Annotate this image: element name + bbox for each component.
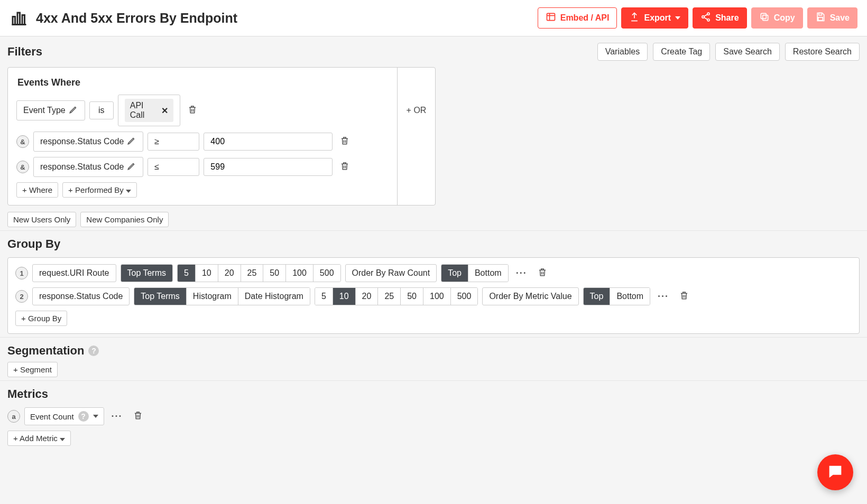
help-icon[interactable]: ? xyxy=(88,346,99,356)
groupby-order[interactable]: Order By Metric Value xyxy=(482,287,578,305)
trash-icon xyxy=(188,105,197,117)
metrics-title: Metrics xyxy=(7,387,860,401)
copy-icon xyxy=(759,12,770,24)
groupby-size-option[interactable]: 20 xyxy=(218,265,241,282)
delete-filter-button[interactable] xyxy=(185,102,200,119)
topbar-actions: Embed / API Export Share Copy Save xyxy=(538,7,857,29)
add-groupby-button[interactable]: + Group By xyxy=(15,311,67,326)
groupby-size-option[interactable]: 10 xyxy=(196,265,218,282)
variables-button[interactable]: Variables xyxy=(597,43,648,61)
groupby-dir-option[interactable]: Top xyxy=(441,265,468,282)
pencil-icon[interactable] xyxy=(127,136,136,147)
delete-groupby-button[interactable] xyxy=(676,288,692,305)
groupby-size-group: 510202550100500 xyxy=(177,264,341,282)
groupby-size-option[interactable]: 10 xyxy=(333,288,356,305)
groupby-size-option[interactable]: 5 xyxy=(315,288,333,305)
restore-search-button[interactable]: Restore Search xyxy=(785,43,860,61)
groupby-mode-group: Top TermsHistogramDate Histogram xyxy=(134,287,310,305)
filter-value[interactable]: API Call ✕ xyxy=(118,95,180,126)
svg-rect-4 xyxy=(547,13,555,20)
and-badge[interactable]: & xyxy=(16,161,29,173)
groupby-mode-group: Top Terms xyxy=(121,264,173,282)
groupby-size-option[interactable]: 50 xyxy=(401,288,423,305)
filter-value[interactable] xyxy=(204,133,333,151)
groupby-field[interactable]: request.URI Route xyxy=(32,264,116,282)
groupby-mode-option[interactable]: Date Histogram xyxy=(238,288,310,305)
add-where-button[interactable]: + Where xyxy=(16,182,58,198)
filter-field[interactable]: response.Status Code xyxy=(33,132,143,152)
groupby-size-option[interactable]: 20 xyxy=(356,288,379,305)
delete-groupby-button[interactable] xyxy=(534,265,550,282)
groupby-row: 2response.Status CodeTop TermsHistogramD… xyxy=(15,287,852,305)
delete-filter-button[interactable] xyxy=(337,134,353,150)
groupby-dir-option[interactable]: Top xyxy=(584,288,611,305)
pencil-icon[interactable] xyxy=(69,105,78,116)
filter-value-input[interactable] xyxy=(210,137,326,146)
groupby-size-option[interactable]: 5 xyxy=(178,265,196,282)
page-title: 4xx And 5xx Errors By Endpoint xyxy=(36,11,237,26)
more-button[interactable]: ··· xyxy=(108,409,126,424)
groupby-mode-option[interactable]: Histogram xyxy=(187,288,238,305)
groupby-size-option[interactable]: 100 xyxy=(286,265,313,282)
svg-rect-13 xyxy=(761,13,766,18)
groupby-field[interactable]: response.Status Code xyxy=(32,287,130,305)
filter-value-input[interactable] xyxy=(210,162,326,172)
groupby-size-option[interactable]: 500 xyxy=(451,288,478,305)
metric-field[interactable]: Event Count ? xyxy=(24,407,104,425)
filter-box: Events Where Event Type is API Call ✕ xyxy=(7,67,436,206)
delete-metric-button[interactable] xyxy=(130,408,146,425)
close-icon[interactable]: ✕ xyxy=(161,106,168,116)
filter-row: & response.Status Code ≥ xyxy=(16,132,389,152)
trash-icon xyxy=(133,410,143,423)
and-badge[interactable]: & xyxy=(16,135,29,148)
share-icon xyxy=(700,12,711,24)
new-companies-button[interactable]: New Companies Only xyxy=(80,212,169,227)
copy-button[interactable]: Copy xyxy=(751,7,803,29)
groupby-dir-option[interactable]: Bottom xyxy=(468,265,508,282)
filter-op[interactable]: is xyxy=(89,101,114,119)
filter-chip[interactable]: API Call ✕ xyxy=(125,99,173,122)
topbar-left: 4xx And 5xx Errors By Endpoint xyxy=(10,8,237,29)
add-performed-by-button[interactable]: + Performed By xyxy=(62,182,137,198)
groupby-size-option[interactable]: 25 xyxy=(378,288,401,305)
create-tag-button[interactable]: Create Tag xyxy=(653,43,710,61)
chevron-down-icon xyxy=(60,438,65,441)
groupby-size-option[interactable]: 100 xyxy=(423,288,451,305)
groupby-dir-option[interactable]: Bottom xyxy=(610,288,650,305)
save-search-button[interactable]: Save Search xyxy=(715,43,780,61)
filter-op[interactable]: ≤ xyxy=(147,158,199,176)
segmentation-title: Segmentation ? xyxy=(7,344,860,358)
filters-title: Filters xyxy=(7,45,42,59)
svg-rect-2 xyxy=(17,13,20,25)
groupby-size-option[interactable]: 25 xyxy=(241,265,264,282)
svg-line-11 xyxy=(704,17,708,20)
events-where-title: Events Where xyxy=(17,77,389,88)
add-segment-button[interactable]: + Segment xyxy=(7,362,58,377)
groupby-mode-option[interactable]: Top Terms xyxy=(134,288,187,305)
groupby-row: 1request.URI RouteTop Terms5102025501005… xyxy=(15,264,852,282)
export-icon xyxy=(629,12,640,24)
more-button[interactable]: ··· xyxy=(513,266,530,281)
export-button[interactable]: Export xyxy=(621,7,688,29)
groupby-section: Group By 1request.URI RouteTop Terms5102… xyxy=(0,231,867,338)
delete-filter-button[interactable] xyxy=(337,159,353,175)
groupby-size-group: 510202550100500 xyxy=(315,287,478,305)
groupby-size-option[interactable]: 50 xyxy=(263,265,286,282)
metric-row: a Event Count ? ··· xyxy=(7,407,860,425)
new-users-button[interactable]: New Users Only xyxy=(7,212,76,227)
groupby-size-option[interactable]: 500 xyxy=(313,265,340,282)
add-or-button[interactable]: + OR xyxy=(397,68,435,205)
save-button[interactable]: Save xyxy=(807,7,857,29)
filter-value[interactable] xyxy=(204,158,333,176)
groupby-mode-option[interactable]: Top Terms xyxy=(121,265,173,282)
embed-api-button[interactable]: Embed / API xyxy=(538,7,617,29)
add-metric-button[interactable]: + Add Metric xyxy=(7,431,71,446)
filter-field[interactable]: response.Status Code xyxy=(33,157,143,177)
filter-field[interactable]: Event Type xyxy=(16,100,85,120)
filter-op[interactable]: ≥ xyxy=(147,133,199,151)
share-button[interactable]: Share xyxy=(693,7,746,29)
help-icon[interactable]: ? xyxy=(78,411,89,422)
groupby-order[interactable]: Order By Raw Count xyxy=(345,264,437,282)
more-button[interactable]: ··· xyxy=(654,289,672,304)
pencil-icon[interactable] xyxy=(127,161,136,173)
